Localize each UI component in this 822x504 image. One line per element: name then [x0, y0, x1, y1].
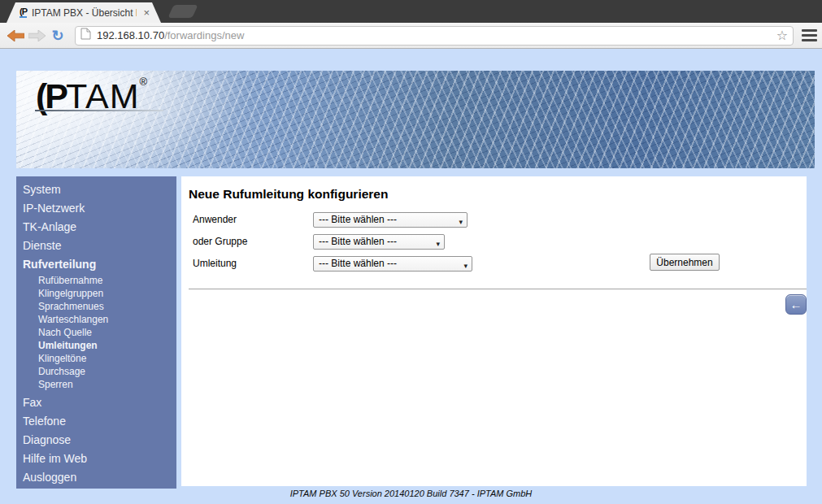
browser-tab-bar: (P IPTAM PBX - Übersicht Ru × [0, 0, 822, 23]
uebernehmen-button[interactable]: Übernehmen [650, 254, 720, 271]
url-path: /forwardings/new [164, 29, 244, 41]
sidebar-item-rufverteilung[interactable]: Rufverteilung [16, 255, 176, 274]
sidebar-navigation: System IP-Netzwerk TK-Anlage Dienste Ruf… [16, 176, 176, 489]
logo-underline [35, 110, 163, 111]
browser-toolbar: ↻ 192.168.10.70/forwardings/new ☆ [0, 23, 822, 49]
oder-gruppe-select[interactable]: --- Bitte wählen --- ▾ [313, 234, 445, 250]
sidebar-item-hilfe-im-web[interactable]: Hilfe im Web [16, 450, 176, 468]
sidebar-item-tk-anlage[interactable]: TK-Anlage [16, 218, 176, 237]
sidebar-item-system[interactable]: System [16, 180, 176, 199]
umleitung-select-value: --- Bitte wählen --- [319, 258, 397, 269]
browser-window: (P IPTAM PBX - Übersicht Ru × ↻ 192.168.… [0, 0, 822, 504]
sidebar-item-nach-quelle[interactable]: Nach Quelle [16, 326, 176, 339]
header-banner: (PTAM® [16, 71, 815, 168]
browser-tab[interactable]: (P IPTAM PBX - Übersicht Ru × [7, 2, 161, 23]
page-document-icon [80, 28, 91, 43]
sidebar-item-dienste[interactable]: Dienste [16, 237, 176, 255]
sidebar-item-telefone[interactable]: Telefone [16, 412, 176, 431]
iptam-favicon-icon: (P [20, 7, 27, 18]
browser-menu-icon[interactable] [802, 29, 817, 41]
left-arrow-icon: ← [790, 298, 802, 311]
page-back-button[interactable]: ← [785, 294, 807, 315]
new-tab-button[interactable] [167, 5, 198, 18]
url-bar[interactable]: 192.168.10.70/forwardings/new ☆ [75, 26, 794, 46]
footer-version-text: IPTAM PBX 50 Version 20140120 Build 7347… [0, 489, 822, 498]
chevron-down-icon: ▾ [459, 215, 463, 229]
anwender-label: Anwender [193, 212, 237, 228]
chevron-down-icon: ▾ [463, 259, 468, 273]
sidebar-item-diagnose[interactable]: Diagnose [16, 431, 176, 450]
oder-gruppe-select-value: --- Bitte wählen --- [319, 236, 397, 247]
forward-arrow-icon[interactable] [26, 28, 47, 44]
url-text[interactable]: 192.168.10.70/forwardings/new [97, 29, 771, 41]
bookmark-star-icon[interactable]: ☆ [776, 29, 788, 42]
sidebar-item-fax[interactable]: Fax [16, 393, 176, 412]
sidebar-item-rufuebernahme[interactable]: Rufübernahme [16, 274, 176, 287]
sidebar-item-sperren[interactable]: Sperren [16, 378, 176, 391]
main-content: Neue Rufumleitung konfigurieren Anwender… [181, 176, 807, 486]
url-host: 192.168.10.70 [97, 29, 164, 41]
logo-registered-mark: ® [140, 76, 148, 88]
sidebar-item-durchsage[interactable]: Durchsage [16, 365, 176, 378]
back-arrow-icon[interactable] [5, 28, 26, 44]
tab-close-icon[interactable]: × [141, 7, 150, 19]
tab-title: IPTAM PBX - Übersicht Ru [32, 7, 137, 19]
chevron-down-icon: ▾ [436, 237, 440, 251]
umleitung-label: Umleitung [193, 256, 237, 272]
sidebar-item-ip-netzwerk[interactable]: IP-Netzwerk [16, 199, 176, 218]
page-body: (PTAM® System IP-Netzwerk TK-Anlage Dien… [0, 49, 822, 504]
sidebar-item-ausloggen[interactable]: Ausloggen [16, 468, 176, 487]
page-title: Neue Rufumleitung konfigurieren [189, 187, 388, 202]
umleitung-select[interactable]: --- Bitte wählen --- ▾ [313, 256, 472, 272]
sidebar-item-umleitungen-current[interactable]: Umleitungen [16, 339, 176, 352]
sidebar-item-warteschlangen[interactable]: Warteschlangen [16, 313, 176, 326]
oder-gruppe-label: oder Gruppe [193, 234, 247, 250]
reload-icon[interactable]: ↻ [47, 28, 68, 44]
sidebar-item-klingeltoene[interactable]: Klingeltöne [16, 352, 176, 365]
anwender-select-value: --- Bitte wählen --- [319, 214, 397, 225]
sidebar-item-sprachmenues[interactable]: Sprachmenues [16, 300, 176, 313]
content-divider [189, 289, 807, 289]
sidebar-item-klingelgruppen[interactable]: Klingelgruppen [16, 287, 176, 300]
anwender-select[interactable]: --- Bitte wählen --- ▾ [313, 212, 468, 228]
reload-glyph: ↻ [51, 28, 63, 43]
